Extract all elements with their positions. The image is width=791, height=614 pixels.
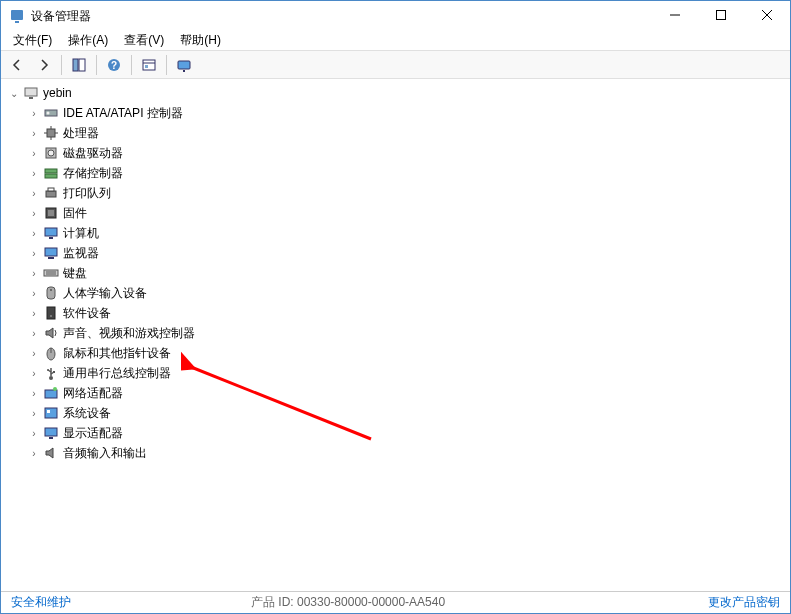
svg-rect-51 [45, 408, 57, 418]
back-button[interactable] [5, 53, 29, 77]
tree-node-label: 显示适配器 [63, 425, 123, 442]
menu-action[interactable]: 操作(A) [60, 30, 116, 51]
menubar: 文件(F) 操作(A) 查看(V) 帮助(H) [1, 31, 790, 51]
footer-strip: 安全和维护 产品 ID: 00330-80000-00000-AA540 更改产… [1, 591, 790, 613]
svg-point-45 [49, 376, 53, 380]
tree-node[interactable]: ›IDE ATA/ATAPI 控制器 [3, 103, 788, 123]
svg-rect-7 [79, 59, 85, 71]
svg-point-50 [53, 387, 57, 391]
chevron-right-icon[interactable]: › [27, 146, 41, 160]
menu-help[interactable]: 帮助(H) [172, 30, 229, 51]
chevron-right-icon[interactable]: › [27, 386, 41, 400]
close-button[interactable] [744, 1, 790, 29]
tree-node[interactable]: ›磁盘驱动器 [3, 143, 788, 163]
chevron-right-icon[interactable]: › [27, 286, 41, 300]
svg-text:?: ? [111, 60, 117, 71]
tree-node[interactable]: ›显示适配器 [3, 423, 788, 443]
chevron-right-icon[interactable]: › [27, 366, 41, 380]
device-manager-window: 设备管理器 文件(F) 操作(A) 查看(V) 帮助(H) ? ⌄ yebin … [0, 0, 791, 614]
tree-node[interactable]: ›固件 [3, 203, 788, 223]
mouse-icon [43, 345, 59, 361]
menu-view[interactable]: 查看(V) [116, 30, 172, 51]
svg-rect-29 [48, 188, 54, 191]
titlebar: 设备管理器 [1, 1, 790, 31]
svg-rect-53 [45, 428, 57, 436]
footer-product-id: 产品 ID: 00330-80000-00000-AA540 [71, 594, 708, 611]
svg-rect-12 [145, 65, 148, 68]
svg-rect-48 [53, 371, 55, 373]
system-icon [43, 405, 59, 421]
svg-rect-52 [47, 410, 50, 413]
tree-node-label: 声音、视频和游戏控制器 [63, 325, 195, 342]
tree-node[interactable]: ›人体学输入设备 [3, 283, 788, 303]
display-icon [43, 425, 59, 441]
chevron-right-icon[interactable]: › [27, 426, 41, 440]
chevron-right-icon[interactable]: › [27, 226, 41, 240]
disk-icon [43, 145, 59, 161]
chevron-right-icon[interactable]: › [27, 166, 41, 180]
tree-node[interactable]: ›声音、视频和游戏控制器 [3, 323, 788, 343]
tree-node-label: 打印队列 [63, 185, 111, 202]
network-icon [43, 385, 59, 401]
tree-node-label: 监视器 [63, 245, 99, 262]
chevron-right-icon[interactable]: › [27, 326, 41, 340]
svg-rect-14 [183, 70, 185, 72]
device-tree[interactable]: ⌄ yebin ›IDE ATA/ATAPI 控制器›处理器›磁盘驱动器›存储控… [1, 79, 790, 591]
tree-node[interactable]: ›通用串行总线控制器 [3, 363, 788, 383]
tree-node[interactable]: ›处理器 [3, 123, 788, 143]
svg-rect-6 [73, 59, 78, 71]
svg-point-47 [47, 369, 49, 371]
tree-node[interactable]: ›键盘 [3, 263, 788, 283]
chevron-right-icon[interactable]: › [27, 106, 41, 120]
tree-node[interactable]: ›打印队列 [3, 183, 788, 203]
tree-node-label: 键盘 [63, 265, 87, 282]
show-hide-tree-button[interactable] [67, 53, 91, 77]
tree-root-node[interactable]: ⌄ yebin [3, 83, 788, 103]
svg-point-18 [47, 112, 50, 115]
computer-icon [43, 225, 59, 241]
svg-rect-34 [45, 248, 57, 256]
chevron-right-icon[interactable]: › [27, 406, 41, 420]
tree-node[interactable]: ›系统设备 [3, 403, 788, 423]
svg-rect-16 [29, 97, 33, 99]
svg-rect-41 [47, 307, 55, 319]
tree-node[interactable]: ›鼠标和其他指针设备 [3, 343, 788, 363]
computer-icon [23, 85, 39, 101]
expand-icon[interactable]: ⌄ [7, 86, 21, 100]
forward-button[interactable] [32, 53, 56, 77]
chevron-right-icon[interactable]: › [27, 186, 41, 200]
chevron-right-icon[interactable]: › [27, 126, 41, 140]
tree-node[interactable]: ›音频输入和输出 [3, 443, 788, 463]
tree-node[interactable]: ›计算机 [3, 223, 788, 243]
menu-file[interactable]: 文件(F) [5, 30, 60, 51]
chevron-right-icon[interactable]: › [27, 346, 41, 360]
monitor-icon [43, 245, 59, 261]
tree-node[interactable]: ›网络适配器 [3, 383, 788, 403]
tree-node[interactable]: ›监视器 [3, 243, 788, 263]
toolbar-separator [166, 55, 167, 75]
app-icon [9, 8, 25, 24]
tree-node-label: IDE ATA/ATAPI 控制器 [63, 105, 183, 122]
chevron-right-icon[interactable]: › [27, 446, 41, 460]
properties-button[interactable] [137, 53, 161, 77]
ide-icon [43, 105, 59, 121]
tree-node-label: 计算机 [63, 225, 99, 242]
help-button[interactable]: ? [102, 53, 126, 77]
tree-node[interactable]: ›存储控制器 [3, 163, 788, 183]
chevron-right-icon[interactable]: › [27, 266, 41, 280]
svg-rect-31 [48, 210, 54, 216]
svg-rect-36 [44, 270, 58, 276]
tree-node[interactable]: ›软件设备 [3, 303, 788, 323]
chevron-right-icon[interactable]: › [27, 246, 41, 260]
svg-rect-27 [45, 174, 57, 178]
footer-security-link[interactable]: 安全和维护 [11, 594, 71, 611]
storage-icon [43, 165, 59, 181]
scan-hardware-button[interactable] [172, 53, 196, 77]
footer-change-key-link[interactable]: 更改产品密钥 [708, 594, 780, 611]
cpu-icon [43, 125, 59, 141]
chevron-right-icon[interactable]: › [27, 306, 41, 320]
chevron-right-icon[interactable]: › [27, 206, 41, 220]
minimize-button[interactable] [652, 1, 698, 29]
maximize-button[interactable] [698, 1, 744, 29]
svg-rect-39 [47, 287, 55, 299]
